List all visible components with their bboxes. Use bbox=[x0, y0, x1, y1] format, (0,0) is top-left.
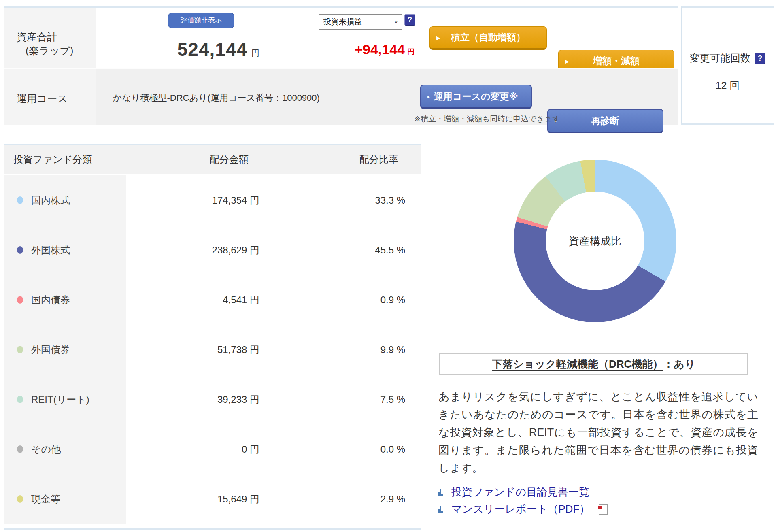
tsumitate-button-label: 積立（自動増額） bbox=[451, 31, 525, 44]
total-assets-label-cell: 資産合計 (楽ラップ) bbox=[4, 8, 96, 68]
allocation-ratio: 45.5 % bbox=[284, 225, 405, 275]
category-color-dot bbox=[17, 296, 23, 304]
course-label: 運用コース bbox=[17, 92, 68, 105]
change-count-panel: 変更可能回数 ? 12 回 bbox=[681, 6, 774, 125]
drc-feature-status: ：あり bbox=[663, 358, 695, 370]
category-color-dot bbox=[17, 445, 23, 453]
change-count-value: 12 回 bbox=[682, 79, 774, 92]
category-color-dot bbox=[17, 495, 23, 503]
drc-feature-title: 下落ショック軽減機能（DRC機能） bbox=[492, 358, 663, 370]
category-color-dot bbox=[17, 396, 23, 403]
allocation-table-header: 投資ファンド分類 配分金額 配分比率 bbox=[4, 145, 421, 174]
table-row: 国内債券 4,541 円 0.9 % bbox=[4, 275, 421, 325]
chevron-down-icon: ∨ bbox=[394, 19, 398, 25]
allocation-amount: 4,541 円 bbox=[138, 275, 259, 325]
allocation-ratio: 0.0 % bbox=[284, 424, 405, 474]
category-label: その他 bbox=[31, 443, 61, 456]
pl-help-icon[interactable]: ? bbox=[404, 14, 415, 26]
course-name: かなり積極型-DRCあり(運用コース番号：1000900) bbox=[113, 92, 320, 104]
pl-period-dropdown[interactable]: 投資来損益 ∨ bbox=[319, 14, 402, 30]
allocation-table: 投資ファンド分類 配分金額 配分比率 国内株式 174,354 円 33.3 %… bbox=[4, 144, 421, 530]
allocation-amount: 39,233 円 bbox=[138, 375, 259, 424]
header-ratio: 配分比率 bbox=[328, 153, 429, 166]
category-color-dot bbox=[17, 196, 23, 204]
total-amount-value: 524,144 bbox=[177, 39, 247, 60]
table-row: 現金等 15,649 円 2.9 % bbox=[4, 474, 421, 524]
course-description: あまりリスクを気にしすぎずに、とことん収益性を追求していきたいあなたのためのコー… bbox=[438, 388, 758, 477]
external-window-icon bbox=[438, 506, 446, 513]
allocation-table-body: 国内株式 174,354 円 33.3 % 外国株式 238,629 円 45.… bbox=[4, 175, 421, 524]
table-row: REIT(リート) 39,233 円 7.5 % bbox=[4, 375, 421, 424]
simultaneous-apply-note: ※積立・増額・減額も同時に申込できます bbox=[414, 114, 560, 124]
course-change-button-label: 運用コースの変更※ bbox=[434, 90, 518, 103]
donut-center-label: 資産構成比 bbox=[569, 234, 621, 248]
change-count-header: 変更可能回数 ? bbox=[682, 51, 774, 65]
allocation-ratio: 0.9 % bbox=[284, 275, 405, 325]
allocation-ratio: 7.5 % bbox=[284, 375, 405, 424]
table-row: 国内株式 174,354 円 33.3 % bbox=[4, 175, 421, 225]
allocation-amount: 0 円 bbox=[138, 424, 259, 474]
allocation-amount: 15,649 円 bbox=[138, 474, 259, 524]
rediagnosis-button[interactable]: ▸ 再診断 bbox=[547, 109, 663, 133]
pl-amount-unit: 円 bbox=[407, 48, 415, 56]
course-label-cell: 運用コース bbox=[4, 69, 96, 125]
category-color-dot bbox=[17, 346, 23, 353]
course-row: 運用コース かなり積極型-DRCあり(運用コース番号：1000900) ▸ 運用… bbox=[4, 68, 678, 125]
button-arrow-icon: ▶ bbox=[436, 34, 440, 40]
total-amount-block: 524,144円 bbox=[101, 38, 259, 60]
summary-panel: 資産合計 (楽ラップ) 評価額非表示 524,144円 投資来損益 ∨ ? +9… bbox=[4, 6, 678, 125]
table-row: 外国株式 238,629 円 45.5 % bbox=[4, 225, 421, 275]
zougaku-genngaku-button-label: 増額・減額 bbox=[593, 55, 640, 67]
drc-feature-box: 下落ショック軽減機能（DRC機能）：あり bbox=[439, 353, 748, 375]
change-count-label: 変更可能回数 bbox=[690, 51, 750, 65]
category-label: 外国株式 bbox=[31, 244, 70, 257]
allocation-ratio: 33.3 % bbox=[284, 175, 405, 225]
total-assets-label: 資産合計 bbox=[17, 30, 57, 44]
button-arrow-icon: ▶ bbox=[565, 58, 569, 64]
allocation-amount: 51,738 円 bbox=[138, 325, 259, 375]
tsumitate-button[interactable]: ▶ 積立（自動増額） bbox=[429, 26, 547, 50]
monthly-report-link-label: マンスリーレポート（PDF） bbox=[451, 502, 590, 516]
prospectus-link[interactable]: 投資ファンドの目論見書一覧 bbox=[438, 485, 589, 499]
total-assets-row: 資産合計 (楽ラップ) 評価額非表示 524,144円 投資来損益 ∨ ? +9… bbox=[4, 8, 678, 68]
allocation-amount: 238,629 円 bbox=[138, 225, 259, 275]
change-count-help-icon[interactable]: ? bbox=[755, 53, 765, 64]
category-label: REIT(リート) bbox=[31, 393, 89, 406]
header-amount: 配分金額 bbox=[179, 153, 280, 166]
pdf-file-icon bbox=[599, 504, 608, 515]
header-category: 投資ファンド分類 bbox=[13, 153, 92, 166]
category-color-dot bbox=[17, 246, 23, 254]
rakuten-wrap-dashboard: 資産合計 (楽ラップ) 評価額非表示 524,144円 投資来損益 ∨ ? +9… bbox=[0, 0, 778, 532]
hide-valuation-button[interactable]: 評価額非表示 bbox=[168, 13, 234, 28]
prospectus-link-label: 投資ファンドの目論見書一覧 bbox=[451, 485, 589, 499]
monthly-report-link[interactable]: マンスリーレポート（PDF） bbox=[438, 502, 608, 516]
button-arrow-icon: ▸ bbox=[427, 94, 430, 100]
asset-composition-donut-chart: 資産構成比 bbox=[514, 160, 676, 322]
pl-amount-block: +94,144円 bbox=[301, 42, 415, 57]
donut-hole: 資産構成比 bbox=[546, 192, 644, 290]
category-label: 国内株式 bbox=[31, 194, 70, 207]
total-assets-sublabel: (楽ラップ) bbox=[26, 44, 73, 57]
allocation-amount: 174,354 円 bbox=[138, 175, 259, 225]
category-label: 外国債券 bbox=[31, 343, 70, 356]
table-row: 外国債券 51,738 円 9.9 % bbox=[4, 325, 421, 375]
rediagnosis-button-label: 再診断 bbox=[591, 115, 619, 127]
table-row: その他 0 円 0.0 % bbox=[4, 424, 421, 474]
pl-amount-value: +94,144 bbox=[355, 42, 405, 57]
total-amount-unit: 円 bbox=[251, 49, 259, 57]
external-window-icon bbox=[438, 489, 446, 496]
allocation-ratio: 9.9 % bbox=[284, 325, 405, 375]
category-label: 現金等 bbox=[31, 493, 60, 506]
course-change-button[interactable]: ▸ 運用コースの変更※ bbox=[420, 85, 532, 109]
pl-period-dropdown-value: 投資来損益 bbox=[323, 17, 362, 27]
allocation-ratio: 2.9 % bbox=[284, 474, 405, 524]
category-label: 国内債券 bbox=[31, 294, 70, 306]
